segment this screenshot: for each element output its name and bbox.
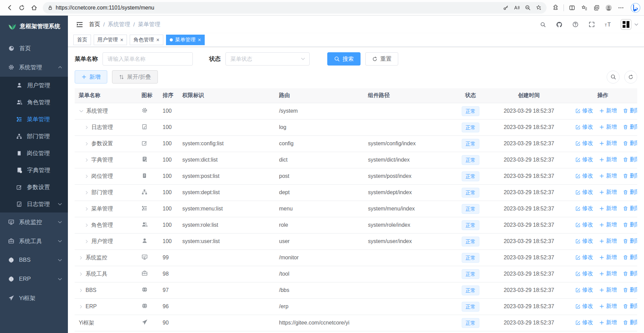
- docs-help-button[interactable]: [570, 19, 581, 30]
- collections-button[interactable]: [590, 2, 603, 14]
- split-screen-button[interactable]: [566, 2, 578, 14]
- sidebar-item-dept[interactable]: 部门管理: [0, 128, 68, 145]
- delete-row-button[interactable]: 删除: [623, 107, 637, 114]
- chevron-right-icon[interactable]: [85, 190, 89, 195]
- sidebar-item-home[interactable]: 首页: [0, 39, 68, 58]
- delete-row-button[interactable]: 删除: [623, 156, 637, 163]
- browser-menu-button[interactable]: [615, 2, 627, 14]
- browser-home-button[interactable]: [28, 2, 40, 14]
- delete-row-button[interactable]: 删除: [623, 303, 637, 310]
- github-button[interactable]: [554, 19, 564, 30]
- add-row-button[interactable]: 新增: [599, 221, 617, 228]
- chevron-right-icon[interactable]: [79, 272, 83, 276]
- tab-home[interactable]: 首页: [73, 35, 91, 45]
- delete-row-button[interactable]: 删除: [623, 189, 637, 196]
- edit-row-button[interactable]: 修改: [575, 319, 593, 326]
- breadcrumb-item[interactable]: 系统管理: [108, 21, 130, 28]
- font-size-button[interactable]: TT: [603, 19, 613, 30]
- chevron-right-icon[interactable]: [85, 142, 89, 146]
- chevron-right-icon[interactable]: [79, 304, 83, 309]
- browser-back-button[interactable]: [3, 2, 16, 14]
- user-avatar-dropdown[interactable]: [621, 19, 639, 30]
- delete-row-button[interactable]: 删除: [623, 205, 637, 212]
- chevron-down-icon[interactable]: [79, 109, 84, 114]
- browser-refresh-button[interactable]: [16, 2, 28, 14]
- chevron-right-icon[interactable]: [85, 223, 89, 227]
- expand-collapse-button[interactable]: 展开/折叠: [112, 70, 158, 84]
- add-row-button[interactable]: 新增: [599, 205, 617, 212]
- add-row-button[interactable]: 新增: [599, 124, 617, 131]
- reset-button[interactable]: 重置: [365, 52, 398, 66]
- address-bar[interactable]: https://ccnetcore.com:1101/system/menu: [43, 2, 547, 14]
- search-button[interactable]: 搜索: [327, 52, 361, 66]
- sidebar-item-dict[interactable]: 字典管理: [0, 162, 68, 179]
- edit-row-button[interactable]: 修改: [575, 286, 593, 294]
- sidebar-item-tool[interactable]: 系统工具: [0, 232, 68, 251]
- edit-row-button[interactable]: 修改: [575, 140, 593, 147]
- edit-row-button[interactable]: 修改: [575, 221, 593, 228]
- edit-row-button[interactable]: 修改: [575, 270, 593, 277]
- chevron-right-icon[interactable]: [85, 158, 89, 162]
- chevron-right-icon[interactable]: [85, 174, 89, 179]
- bing-discover-button[interactable]: [630, 3, 641, 13]
- tab-close-icon[interactable]: ×: [120, 37, 123, 43]
- sidebar-item-monitor[interactable]: 系统监控: [0, 212, 68, 232]
- sidebar-item-menu[interactable]: 菜单管理: [0, 111, 68, 128]
- delete-row-button[interactable]: 删除: [623, 319, 637, 326]
- edit-row-button[interactable]: 修改: [575, 107, 593, 114]
- app-logo[interactable]: 意框架管理系统: [0, 16, 68, 37]
- profile-button[interactable]: [603, 2, 615, 14]
- edit-row-button[interactable]: 修改: [575, 303, 593, 310]
- add-row-button[interactable]: 新增: [599, 156, 617, 163]
- zoom-out-button[interactable]: [522, 3, 533, 13]
- delete-row-button[interactable]: 删除: [623, 286, 637, 294]
- sidebar-item-post[interactable]: 岗位管理: [0, 145, 68, 162]
- sidebar-item-yiframework[interactable]: Yi框架: [0, 289, 68, 308]
- chevron-right-icon[interactable]: [85, 207, 89, 211]
- breadcrumb-item[interactable]: 菜单管理: [138, 21, 160, 28]
- add-row-button[interactable]: 新增: [599, 303, 617, 310]
- edit-row-button[interactable]: 修改: [575, 254, 593, 261]
- delete-row-button[interactable]: 删除: [623, 238, 637, 245]
- chevron-right-icon[interactable]: [79, 256, 83, 260]
- sidebar-item-config[interactable]: 参数设置: [0, 179, 68, 196]
- add-row-button[interactable]: 新增: [599, 238, 617, 245]
- tab-close-icon[interactable]: ×: [156, 37, 159, 43]
- fullscreen-button[interactable]: [587, 19, 597, 30]
- sidebar-item-user[interactable]: 用户管理: [0, 77, 68, 94]
- delete-row-button[interactable]: 删除: [623, 270, 637, 277]
- sidebar-item-erp[interactable]: ERP: [0, 270, 68, 289]
- read-aloud-button[interactable]: [511, 3, 522, 13]
- sidebar-item-system[interactable]: 系统管理: [0, 58, 68, 77]
- tab-menu[interactable]: 菜单管理×: [166, 35, 205, 45]
- sidebar-item-bbs[interactable]: BBS: [0, 251, 68, 270]
- edit-row-button[interactable]: 修改: [575, 124, 593, 131]
- delete-row-button[interactable]: 删除: [623, 172, 637, 180]
- breadcrumb-item[interactable]: 首页: [89, 21, 100, 28]
- status-select[interactable]: [225, 52, 310, 66]
- add-row-button[interactable]: 新增: [599, 140, 617, 147]
- tab-user[interactable]: 用户管理×: [94, 35, 127, 45]
- edit-row-button[interactable]: 修改: [575, 205, 593, 212]
- edit-row-button[interactable]: 修改: [575, 156, 593, 163]
- add-row-button[interactable]: 新增: [599, 107, 617, 114]
- chevron-right-icon[interactable]: [85, 125, 89, 130]
- sidebar-item-role[interactable]: 角色管理: [0, 94, 68, 111]
- menu-name-input[interactable]: [103, 52, 193, 66]
- delete-row-button[interactable]: 删除: [623, 221, 637, 228]
- add-button[interactable]: 新增: [75, 70, 107, 84]
- site-permissions-button[interactable]: [45, 3, 56, 13]
- show-search-toggle-button[interactable]: [607, 71, 620, 84]
- extensions-button[interactable]: [549, 2, 562, 14]
- add-row-button[interactable]: 新增: [599, 172, 617, 180]
- refresh-table-button[interactable]: [624, 71, 637, 84]
- sidebar-toggle-button[interactable]: [73, 18, 86, 31]
- add-row-button[interactable]: 新增: [599, 254, 617, 261]
- add-favorite-button[interactable]: [533, 3, 544, 13]
- add-row-button[interactable]: 新增: [599, 286, 617, 294]
- tab-role[interactable]: 角色管理×: [130, 35, 163, 45]
- url-text[interactable]: https://ccnetcore.com:1101/system/menu: [56, 5, 500, 11]
- add-row-button[interactable]: 新增: [599, 189, 617, 196]
- edit-row-button[interactable]: 修改: [575, 172, 593, 180]
- chevron-right-icon[interactable]: [85, 239, 89, 244]
